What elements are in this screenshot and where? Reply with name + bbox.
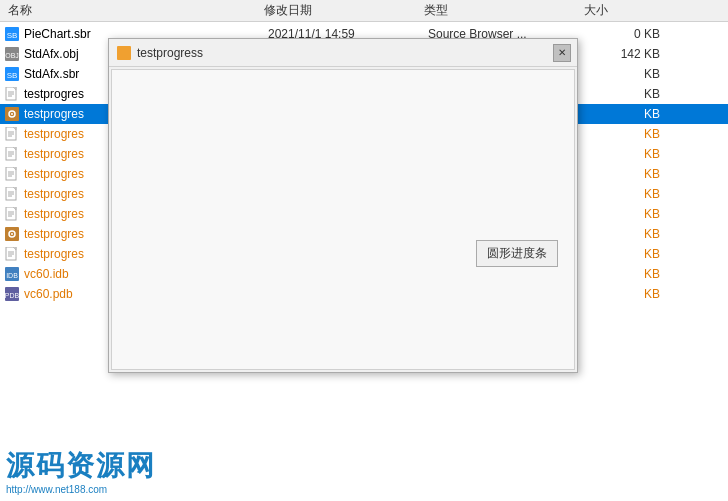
file-icon-pdb: PDB [4, 286, 20, 302]
file-icon-doc [4, 246, 20, 262]
file-size: 0 KB [588, 27, 668, 41]
svg-point-12 [11, 113, 13, 115]
file-size: KB [588, 247, 668, 261]
col-size-header: 大小 [584, 2, 664, 19]
file-icon-doc [4, 166, 20, 182]
file-size: KB [588, 187, 668, 201]
watermark: 源码资源网 http://www.net188.com [6, 451, 156, 495]
modal-title: testprogress [117, 46, 203, 60]
modal-close-button[interactable]: ✕ [553, 44, 571, 62]
file-icon-gear [4, 106, 20, 122]
file-size: KB [588, 107, 668, 121]
file-icon-idb: IDB [4, 266, 20, 282]
file-size: KB [588, 67, 668, 81]
file-icon-sbr: SB [4, 66, 20, 82]
file-size: KB [588, 267, 668, 281]
file-size: KB [588, 207, 668, 221]
circle-progress-button[interactable]: 圆形进度条 [476, 240, 558, 267]
svg-point-35 [11, 233, 13, 235]
col-name-header: 名称 [4, 2, 264, 19]
modal-titlebar: testprogress ✕ [109, 39, 577, 67]
watermark-url: http://www.net188.com [6, 484, 156, 495]
file-icon-gear [4, 226, 20, 242]
file-size: 142 KB [588, 47, 668, 61]
col-date-header: 修改日期 [264, 2, 424, 19]
file-icon-sbr: SB [4, 26, 20, 42]
svg-text:SB: SB [7, 71, 18, 80]
col-type-header: 类型 [424, 2, 584, 19]
svg-text:OBJ: OBJ [5, 52, 19, 59]
modal-dialog[interactable]: testprogress ✕ 圆形进度条 [108, 38, 578, 373]
file-icon-doc [4, 126, 20, 142]
file-icon-doc [4, 186, 20, 202]
modal-title-text: testprogress [137, 46, 203, 60]
file-icon-doc [4, 86, 20, 102]
svg-text:IDB: IDB [6, 272, 18, 279]
modal-body: 圆形进度条 [111, 69, 575, 370]
svg-text:PDB: PDB [5, 292, 19, 299]
column-headers: 名称 修改日期 类型 大小 [0, 0, 728, 22]
file-size: KB [588, 227, 668, 241]
file-size: KB [588, 127, 668, 141]
svg-text:SB: SB [7, 31, 18, 40]
file-size: KB [588, 147, 668, 161]
file-icon-doc [4, 146, 20, 162]
modal-title-icon [117, 46, 131, 60]
file-size: KB [588, 87, 668, 101]
file-icon-doc [4, 206, 20, 222]
explorer-window: 名称 修改日期 类型 大小 SBPieChart.sbr2021/11/1 14… [0, 0, 728, 501]
watermark-title: 源码资源网 [6, 451, 156, 482]
file-icon-obj: OBJ [4, 46, 20, 62]
file-size: KB [588, 167, 668, 181]
file-size: KB [588, 287, 668, 301]
